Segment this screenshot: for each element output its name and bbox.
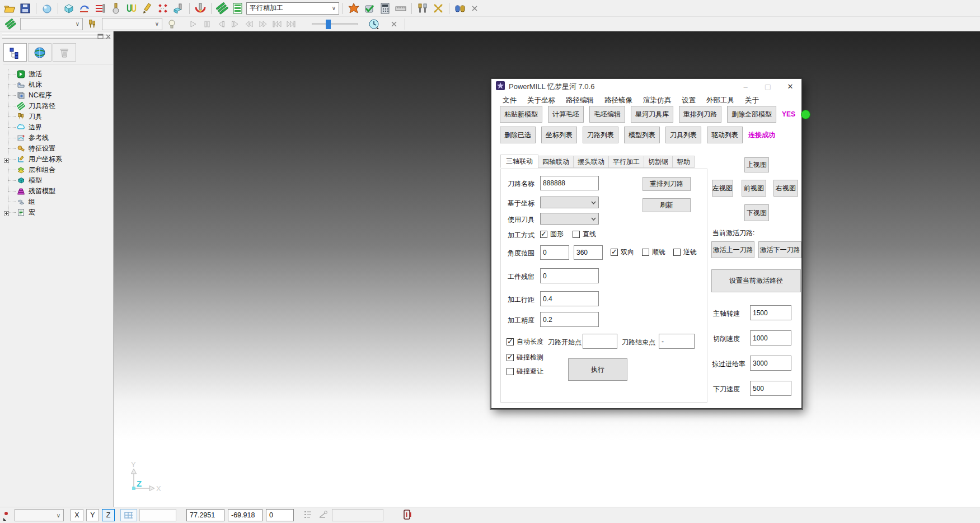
grid-size-field[interactable]: [139, 509, 176, 521]
checkbox-icon[interactable]: [573, 231, 580, 238]
dialog-titlebar[interactable]: PowerMILL 忆梦星河 7.0.6 – ▢ ✕: [491, 79, 801, 94]
tool-library-button[interactable]: 星河刀具库: [631, 106, 673, 123]
tree-item-feature-sets[interactable]: 特征设置: [0, 143, 113, 154]
tab-explorer-trash[interactable]: [53, 43, 76, 62]
clock-icon[interactable]: [367, 17, 381, 31]
tree-item-nc-programs[interactable]: NC程序: [0, 90, 113, 101]
toolpath-ribbon-icon[interactable]: [215, 2, 229, 15]
tool-list-button[interactable]: 刀具列表: [665, 127, 701, 143]
delete-selected-button[interactable]: 删除已选: [500, 127, 536, 143]
panel-close-icon[interactable]: [106, 33, 111, 41]
menu-path-edit[interactable]: 路径编辑: [566, 96, 594, 105]
z-level-icon[interactable]: [93, 2, 107, 15]
pause-button[interactable]: [201, 18, 213, 30]
checkbox-icon[interactable]: [673, 249, 681, 256]
lightbulb-icon[interactable]: [165, 17, 179, 31]
skim-feed-input[interactable]: [750, 356, 791, 371]
sphere-view-icon[interactable]: [40, 2, 54, 15]
collision-avoid-checkbox[interactable]: 碰撞避让: [507, 367, 543, 376]
plunge-speed-input[interactable]: [750, 381, 791, 396]
speed-slider[interactable]: [312, 23, 358, 25]
end-point-input[interactable]: [659, 334, 695, 349]
calculator-icon[interactable]: [378, 2, 392, 15]
conventional-checkbox[interactable]: 逆铣: [673, 248, 697, 257]
create-block-icon[interactable]: [62, 2, 76, 15]
panel-grip[interactable]: [2, 33, 110, 35]
open-file-icon[interactable]: [2, 2, 17, 15]
menu-file[interactable]: 文件: [503, 96, 517, 105]
rearrange-toolpaths-button[interactable]: 重排列刀路: [679, 106, 721, 123]
tree-item-patterns[interactable]: 参考线: [0, 133, 113, 143]
menu-external-tools[interactable]: 外部工具: [706, 96, 734, 105]
boundary-icon[interactable]: [124, 2, 139, 15]
verify-check-icon[interactable]: [362, 2, 377, 15]
tab-swivel-head[interactable]: 摆头联动: [573, 156, 609, 168]
angle-from-input[interactable]: [540, 245, 569, 260]
tree-item-macros[interactable]: 宏: [0, 207, 113, 218]
use-tool-dropdown[interactable]: [540, 213, 599, 225]
relative-axes-icon[interactable]: [317, 510, 329, 521]
checkbox-checked-icon[interactable]: [507, 354, 514, 361]
toolpath-name-input[interactable]: [540, 176, 599, 190]
slider-knob[interactable]: [326, 20, 331, 29]
stepover-input[interactable]: [540, 291, 599, 306]
toolpath-list-button[interactable]: 刀路列表: [583, 127, 618, 143]
tab-explorer-tree[interactable]: [3, 43, 27, 62]
axis-x-button[interactable]: X: [71, 509, 83, 521]
tree-item-stock-models[interactable]: 残留模型: [0, 186, 113, 197]
menu-settings[interactable]: 设置: [682, 96, 696, 105]
menu-path-mirror[interactable]: 路径镜像: [604, 96, 632, 105]
expand-icon[interactable]: [4, 157, 9, 165]
active-strategy-dropdown[interactable]: 平行精加工 ∨: [246, 2, 339, 15]
panel-grip[interactable]: [2, 36, 110, 39]
tree-item-machine[interactable]: 机床: [0, 80, 113, 90]
play-button[interactable]: [187, 18, 199, 30]
edit-block-button[interactable]: 毛坯编辑: [589, 106, 625, 123]
collision-check-icon[interactable]: [193, 2, 208, 15]
fast-forward-button[interactable]: [257, 18, 269, 30]
close-sim-toolbar-icon[interactable]: [388, 18, 400, 30]
tab-saw[interactable]: 切割锯: [644, 156, 673, 168]
view-front-button[interactable]: 前视图: [742, 180, 766, 197]
panel-float-icon[interactable]: [97, 33, 104, 41]
go-end-button[interactable]: [285, 18, 297, 30]
points-icon[interactable]: [156, 2, 170, 15]
tree-item-activate[interactable]: 激活: [0, 69, 113, 80]
tool-select-dropdown[interactable]: ∨: [102, 18, 162, 30]
checkbox-icon[interactable]: [642, 249, 649, 256]
go-start-button[interactable]: [271, 18, 283, 30]
transform-icon[interactable]: [431, 2, 446, 15]
stock-input[interactable]: [540, 268, 599, 283]
tab-help[interactable]: 帮助: [672, 156, 695, 168]
base-coord-dropdown[interactable]: [540, 197, 599, 208]
viewport-canvas[interactable]: Y X Z PowerMILL 忆梦星河 7.0.6 – ▢ ✕ 文件 关于坐标…: [114, 31, 980, 507]
rearrange-button[interactable]: 重排列刀路: [643, 177, 691, 191]
menu-coords[interactable]: 关于坐标: [527, 96, 555, 105]
expand-icon[interactable]: [4, 210, 9, 218]
tab-explorer-web[interactable]: [28, 43, 51, 62]
step-back-button[interactable]: [215, 18, 227, 30]
checkbox-checked-icon[interactable]: [611, 249, 618, 256]
activate-prev-toolpath-button[interactable]: 激活上一刀路: [711, 241, 754, 258]
tree-item-models[interactable]: 模型: [0, 175, 113, 186]
close-button[interactable]: ✕: [779, 79, 801, 94]
save-icon[interactable]: [18, 2, 32, 15]
tree-item-groups[interactable]: 组: [0, 197, 113, 207]
tool-holder-icon[interactable]: [415, 2, 430, 15]
auto-length-checkbox[interactable]: 自动长度: [507, 337, 543, 347]
method-circle-checkbox[interactable]: 圆形: [540, 230, 564, 239]
execute-button[interactable]: 执行: [568, 358, 627, 381]
paste-new-model-button[interactable]: 粘贴新模型: [500, 106, 542, 123]
model-list-button[interactable]: 模型列表: [624, 127, 660, 143]
marker-icon[interactable]: [1, 508, 15, 522]
close-toolbar-icon[interactable]: [468, 2, 481, 15]
view-bottom-button[interactable]: 下视图: [744, 204, 769, 221]
checkbox-icon[interactable]: [507, 368, 514, 375]
set-active-path-button[interactable]: 设置当前激活路径: [711, 269, 801, 292]
tolerance-input[interactable]: [540, 312, 599, 327]
workplane-dropdown[interactable]: ∨: [15, 509, 64, 521]
collision-check-checkbox[interactable]: 碰撞检测: [507, 353, 543, 362]
pattern-pencil-icon[interactable]: [140, 2, 154, 15]
axis-z-button[interactable]: Z: [102, 509, 115, 521]
view-top-button[interactable]: 上视图: [744, 157, 769, 172]
